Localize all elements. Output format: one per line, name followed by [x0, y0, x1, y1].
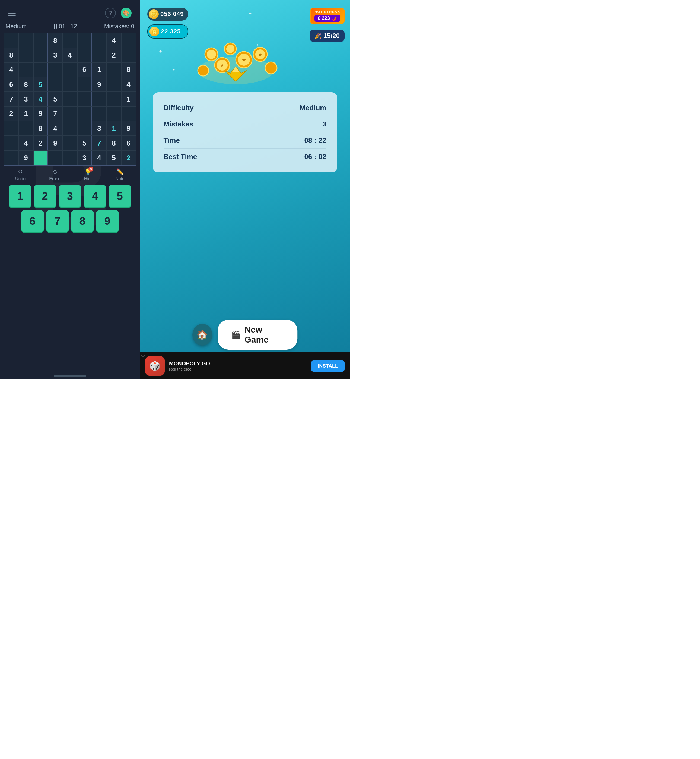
hint-button[interactable]: 💡 Hint 3 — [84, 168, 92, 182]
cell[interactable]: 6 — [77, 63, 92, 77]
erase-button[interactable]: ◇ Erase — [49, 168, 61, 182]
cell[interactable]: 3 — [77, 150, 92, 165]
cell[interactable] — [92, 33, 106, 48]
cell[interactable] — [62, 121, 77, 136]
cell[interactable] — [19, 63, 33, 77]
cell[interactable] — [62, 92, 77, 106]
cell[interactable]: 7 — [4, 92, 19, 106]
pause-icon[interactable] — [54, 24, 57, 28]
cell[interactable]: 1 — [92, 63, 106, 77]
cell[interactable]: 3 — [48, 48, 62, 63]
cell[interactable]: 2 — [4, 106, 19, 121]
cell[interactable] — [33, 33, 48, 48]
cell[interactable]: 2 — [33, 136, 48, 150]
num-btn-1[interactable]: 1 — [9, 185, 31, 207]
cell[interactable]: 8 — [19, 77, 33, 92]
cell[interactable] — [62, 136, 77, 150]
cell[interactable]: 1 — [19, 106, 33, 121]
palette-button[interactable]: 🎨 — [121, 8, 131, 19]
cell[interactable] — [106, 92, 121, 106]
undo-button[interactable]: ↺ Undo — [15, 168, 25, 182]
cell[interactable]: 2 — [121, 150, 136, 165]
cell[interactable] — [121, 106, 136, 121]
cell[interactable] — [121, 48, 136, 63]
cell[interactable] — [62, 77, 77, 92]
cell[interactable] — [62, 150, 77, 165]
cell[interactable] — [4, 121, 19, 136]
cell[interactable] — [92, 48, 106, 63]
cell[interactable]: 8 — [48, 33, 62, 48]
cell[interactable] — [62, 106, 77, 121]
cell[interactable] — [4, 136, 19, 150]
cell[interactable]: 6 — [121, 136, 136, 150]
num-btn-4[interactable]: 4 — [84, 185, 106, 207]
cell[interactable] — [106, 106, 121, 121]
cell[interactable] — [4, 150, 19, 165]
num-btn-2[interactable]: 2 — [34, 185, 56, 207]
cell[interactable] — [92, 92, 106, 106]
cell[interactable] — [77, 48, 92, 63]
cell[interactable]: 4 — [48, 121, 62, 136]
cell[interactable]: 8 — [121, 63, 136, 77]
cell[interactable] — [19, 121, 33, 136]
cell[interactable]: 1 — [106, 121, 121, 136]
cell[interactable]: 8 — [106, 136, 121, 150]
cell[interactable]: 9 — [92, 77, 106, 92]
num-btn-8[interactable]: 8 — [71, 210, 94, 232]
cell[interactable] — [77, 77, 92, 92]
cell[interactable]: 5 — [77, 136, 92, 150]
cell[interactable]: 9 — [19, 150, 33, 165]
cell[interactable] — [121, 33, 136, 48]
cell[interactable]: 8 — [4, 48, 19, 63]
cell[interactable]: 4 — [19, 136, 33, 150]
cell[interactable]: 3 — [19, 92, 33, 106]
cell[interactable] — [77, 92, 92, 106]
num-btn-9[interactable]: 9 — [96, 210, 119, 232]
cell[interactable] — [4, 33, 19, 48]
cell[interactable]: 5 — [33, 77, 48, 92]
cell[interactable]: 3 — [92, 121, 106, 136]
num-btn-6[interactable]: 6 — [21, 210, 44, 232]
hamburger-button[interactable] — [8, 11, 16, 16]
cell[interactable]: 6 — [4, 77, 19, 92]
cell[interactable]: 9 — [33, 106, 48, 121]
cell[interactable]: 4 — [62, 48, 77, 63]
cell[interactable]: 7 — [92, 136, 106, 150]
cell[interactable]: 5 — [48, 92, 62, 106]
cell[interactable] — [48, 63, 62, 77]
num-btn-3[interactable]: 3 — [59, 185, 81, 207]
cell[interactable]: 2 — [106, 48, 121, 63]
cell[interactable] — [33, 63, 48, 77]
cell[interactable] — [77, 33, 92, 48]
cell[interactable] — [106, 77, 121, 92]
cell[interactable] — [62, 63, 77, 77]
cell[interactable]: 5 — [106, 150, 121, 165]
cell[interactable] — [77, 106, 92, 121]
cell[interactable] — [19, 33, 33, 48]
cell[interactable] — [92, 106, 106, 121]
cell[interactable] — [77, 121, 92, 136]
cell[interactable]: 8 — [33, 121, 48, 136]
cell[interactable] — [19, 48, 33, 63]
cell[interactable]: 4 — [106, 33, 121, 48]
cell[interactable]: 9 — [48, 136, 62, 150]
cell[interactable] — [62, 33, 77, 48]
cell[interactable]: 9 — [121, 121, 136, 136]
cell[interactable]: 4 — [33, 92, 48, 106]
home-button[interactable]: 🏠 — [192, 324, 212, 346]
cell[interactable]: 7 — [48, 106, 62, 121]
note-button[interactable]: ✏️ Note — [115, 168, 125, 182]
cell[interactable] — [48, 150, 62, 165]
cell[interactable] — [48, 77, 62, 92]
cell[interactable]: 1 — [121, 92, 136, 106]
install-button[interactable]: INSTALL — [311, 360, 345, 372]
num-btn-5[interactable]: 5 — [109, 185, 131, 207]
cell[interactable]: 4 — [4, 63, 19, 77]
help-button[interactable]: ? — [105, 8, 116, 19]
num-btn-7[interactable]: 7 — [46, 210, 69, 232]
cell[interactable] — [33, 48, 48, 63]
new-game-button[interactable]: 🎬 New Game — [217, 320, 297, 350]
cell[interactable]: 4 — [92, 150, 106, 165]
cell[interactable]: 4 — [121, 77, 136, 92]
cell[interactable] — [33, 150, 48, 165]
